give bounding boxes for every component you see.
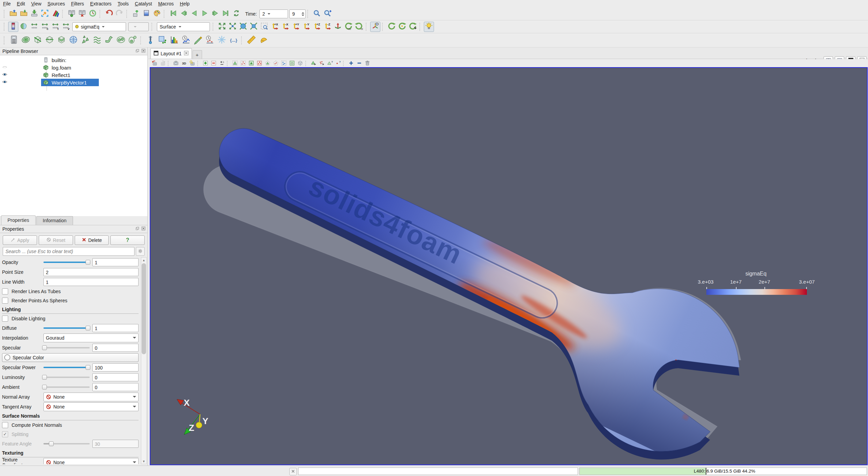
rotate-90-ccw-button[interactable]: -90	[354, 22, 364, 32]
glyph-button[interactable]	[79, 35, 91, 46]
center-axes-button[interactable]	[370, 22, 380, 32]
pipeline-tree[interactable]: builtin:log.foamReflect1WarpByVector1	[0, 55, 147, 216]
color-legend-button[interactable]	[8, 22, 18, 32]
eye-hidden-icon[interactable]	[1, 65, 8, 70]
slice-button[interactable]	[44, 35, 55, 46]
selection-toggle-button[interactable]	[218, 60, 225, 68]
value-input[interactable]: 100	[92, 363, 139, 372]
interactive-select-points-button[interactable]	[318, 60, 325, 68]
menu-extractors[interactable]: Extractors	[87, 0, 114, 7]
pipeline-item-warpbyvector1[interactable]: WarpByVector1	[0, 79, 147, 86]
rotate-90-cw-button[interactable]: +90	[343, 22, 354, 32]
close-button[interactable]	[141, 49, 146, 54]
value-input[interactable]: 30	[92, 440, 139, 448]
value-input[interactable]: 1	[43, 278, 139, 286]
select-block-button[interactable]	[280, 60, 288, 68]
select-points-on-button[interactable]	[239, 60, 247, 68]
zoom-to-data-button[interactable]	[228, 22, 238, 32]
view-plus-y-button[interactable]: +Y	[291, 22, 301, 32]
plot-selection-over-time-button[interactable]	[204, 35, 216, 46]
select-points-polygon-button[interactable]	[272, 60, 279, 68]
slider[interactable]	[43, 325, 90, 331]
value-input[interactable]: 2	[43, 268, 139, 276]
ruler-button[interactable]	[246, 35, 257, 46]
view-minus-z-button[interactable]: -Z	[322, 22, 332, 32]
help-button[interactable]: ?	[110, 235, 145, 245]
hover-points-button[interactable]: ?	[334, 60, 342, 68]
representation-combo[interactable]: Surface	[157, 22, 210, 31]
group-datasets-button[interactable]	[115, 35, 127, 46]
camera-undo-button[interactable]	[150, 60, 158, 68]
palette-button[interactable]	[152, 9, 162, 19]
plot-over-time-button[interactable]	[180, 35, 192, 46]
zoom-to-box-button[interactable]	[259, 22, 269, 32]
menu-macros[interactable]: Macros	[155, 0, 177, 7]
protractor-button[interactable]	[257, 35, 269, 46]
time-value-combo[interactable]: 2	[259, 9, 288, 18]
rescale-visible-button[interactable]: v	[61, 22, 71, 32]
camera-redo-button[interactable]	[159, 60, 166, 68]
vcr-last-button[interactable]	[221, 9, 231, 19]
scrollbar-down-icon[interactable]: ▼	[141, 459, 146, 464]
menu-filters[interactable]: Filters	[68, 0, 87, 7]
shrink-selection-button[interactable]	[355, 60, 363, 68]
clear-selection-button[interactable]	[363, 60, 371, 68]
light-kit-button[interactable]	[424, 22, 434, 32]
reset-camera-button[interactable]	[217, 22, 227, 32]
apply-button[interactable]: Apply	[3, 235, 37, 245]
search-input[interactable]	[3, 247, 134, 256]
save-data-button[interactable]	[29, 9, 39, 19]
menu-view[interactable]: View	[28, 0, 44, 7]
select-blocks-through-button[interactable]	[288, 60, 296, 68]
add-layout-tab[interactable]: +	[193, 50, 202, 59]
extract-selection-button[interactable]	[157, 35, 168, 46]
pipeline-item-builtin[interactable]: builtin:	[0, 56, 147, 64]
stream-tracer-button[interactable]	[91, 35, 103, 46]
interactive-select-cells-button[interactable]	[309, 60, 317, 68]
menu-edit[interactable]: Edit	[14, 0, 28, 7]
hover-cells-button[interactable]: ?	[326, 60, 333, 68]
selection-add-button[interactable]	[201, 60, 209, 68]
interpolate-button[interactable]	[216, 35, 228, 46]
delete-button[interactable]: Delete	[75, 235, 109, 245]
float-button[interactable]	[134, 226, 140, 232]
checkbox[interactable]: ✓	[2, 431, 8, 437]
threshold-button[interactable]	[56, 35, 67, 46]
specular-color-button[interactable]: Specular Color	[2, 353, 139, 362]
vcr-play-button[interactable]	[200, 9, 210, 19]
slider[interactable]	[43, 374, 90, 380]
vcr-loop-button[interactable]	[231, 9, 241, 19]
float-button[interactable]	[134, 49, 140, 54]
reset-camera-closest-button[interactable]	[238, 22, 248, 32]
select-cells-polygon-button[interactable]	[264, 60, 271, 68]
tab-properties[interactable]: Properties	[1, 215, 36, 225]
slider[interactable]	[43, 364, 90, 370]
save-button[interactable]	[19, 9, 29, 19]
value-input[interactable]: 1	[92, 324, 139, 332]
vcr-next-button[interactable]	[210, 9, 220, 19]
pipeline-item-logfoam[interactable]: log.foam	[0, 64, 147, 71]
checkbox[interactable]	[2, 298, 8, 304]
time-step-spinner[interactable]: 9	[289, 9, 306, 18]
toggle-3d-button[interactable]: 3D	[180, 60, 188, 68]
select-points-through-button[interactable]	[255, 60, 263, 68]
magnifier-plus-button[interactable]	[322, 9, 332, 19]
scrollbar-up-icon[interactable]: ▲	[141, 258, 146, 263]
search-options-button[interactable]	[136, 247, 145, 256]
tab-information[interactable]: Information	[36, 216, 73, 225]
dropdown[interactable]: None	[43, 393, 139, 401]
tab-layout-1[interactable]: Layout #1	[150, 48, 192, 59]
close-button[interactable]	[141, 226, 146, 232]
open-button[interactable]	[8, 9, 18, 19]
rotate-camera-button[interactable]	[397, 22, 407, 32]
history-button[interactable]	[88, 9, 98, 19]
abort-button[interactable]	[289, 468, 297, 475]
zoom-closest-button[interactable]	[249, 22, 259, 32]
capture-view-button[interactable]	[172, 60, 180, 68]
rescale-custom-button[interactable]: c	[40, 22, 50, 32]
zoom-magnifier-button[interactable]	[188, 60, 196, 68]
redo-button[interactable]	[114, 9, 125, 19]
color-array-combo[interactable]: sigmaEq	[72, 22, 126, 31]
scrollbar-thumb[interactable]	[142, 263, 146, 354]
reset-button[interactable]: Reset	[39, 235, 73, 245]
